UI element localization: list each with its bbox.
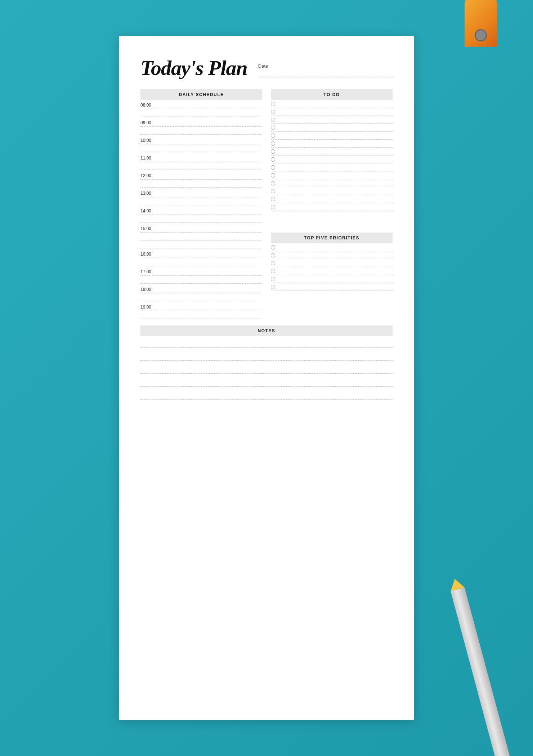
todo-item-14[interactable] xyxy=(271,203,393,211)
time-block-16: 16:00 xyxy=(140,249,262,266)
time-line-14a[interactable] xyxy=(140,216,262,223)
time-line-19a[interactable] xyxy=(140,312,262,319)
time-block-12: 12:00 xyxy=(140,171,262,188)
todo-checkbox-13[interactable] xyxy=(271,197,275,201)
date-line[interactable] xyxy=(258,70,393,77)
note-line-5[interactable] xyxy=(140,388,393,400)
priority-item-1[interactable] xyxy=(271,243,393,251)
daily-schedule-header: DAILY SCHEDULE xyxy=(140,89,262,100)
todo-item-6[interactable] xyxy=(271,140,393,148)
todo-checkbox-9[interactable] xyxy=(271,165,275,170)
time-line-15b[interactable] xyxy=(140,241,262,248)
time-label-13: 13:00 xyxy=(140,191,151,196)
time-line-16a[interactable] xyxy=(140,259,262,266)
time-slot-18: 18:00 xyxy=(140,284,262,293)
todo-item-12[interactable] xyxy=(271,187,393,195)
time-slot-17: 17:00 xyxy=(140,267,262,276)
date-label: Date xyxy=(258,63,393,69)
time-line-13a[interactable] xyxy=(140,198,262,205)
time-line-17a[interactable] xyxy=(140,276,262,284)
sharpener-decoration xyxy=(465,0,497,47)
time-block-15: 15:00 xyxy=(140,224,262,248)
time-block-10: 10:00 xyxy=(140,135,262,152)
time-label-11: 11:00 xyxy=(140,156,151,161)
time-slot-19: 19:00 xyxy=(140,302,262,311)
time-block-14: 14:00 xyxy=(140,206,262,223)
time-line-10a[interactable] xyxy=(140,145,262,152)
todo-checkbox-6[interactable] xyxy=(271,141,275,146)
time-slot-08: 08:00 xyxy=(140,100,262,109)
time-slot-15: 15:00 xyxy=(140,224,262,233)
todo-item-5[interactable] xyxy=(271,132,393,140)
time-line-15a[interactable] xyxy=(140,233,262,240)
time-line-11a[interactable] xyxy=(140,163,262,170)
time-label-16: 16:00 xyxy=(140,252,151,257)
todo-checkbox-11[interactable] xyxy=(271,181,275,185)
paper: Today's Plan Date DAILY SCHEDULE 08:00 0… xyxy=(119,36,414,720)
notes-header: NOTES xyxy=(140,325,393,336)
time-block-17: 17:00 xyxy=(140,267,262,284)
time-block-18: 18:00 xyxy=(140,284,262,301)
todo-item-11[interactable] xyxy=(271,179,393,187)
time-block-09: 09:00 xyxy=(140,118,262,135)
time-block-19: 19:00 xyxy=(140,302,262,319)
priority-checkbox-6[interactable] xyxy=(271,285,275,289)
priority-item-3[interactable] xyxy=(271,259,393,267)
todo-item-10[interactable] xyxy=(271,171,393,179)
todo-item-1[interactable] xyxy=(271,100,393,108)
time-label-09: 09:00 xyxy=(140,120,151,125)
priority-checkbox-5[interactable] xyxy=(271,277,275,281)
todo-item-4[interactable] xyxy=(271,124,393,132)
priority-checkbox-4[interactable] xyxy=(271,269,275,273)
time-slot-16: 16:00 xyxy=(140,249,262,258)
todo-item-9[interactable] xyxy=(271,163,393,171)
priorities-header: TOP FIVE PRIORITIES xyxy=(271,233,393,243)
note-line-1[interactable] xyxy=(140,336,393,348)
time-line-09a[interactable] xyxy=(140,127,262,135)
todo-checkbox-14[interactable] xyxy=(271,205,275,209)
todo-checkbox-3[interactable] xyxy=(271,118,275,122)
priority-item-6[interactable] xyxy=(271,283,393,291)
page-title: Today's Plan xyxy=(140,58,247,78)
time-slot-09: 09:00 xyxy=(140,118,262,127)
todo-checkbox-4[interactable] xyxy=(271,126,275,130)
priority-checkbox-1[interactable] xyxy=(271,245,275,249)
time-block-08: 08:00 xyxy=(140,100,262,117)
todo-checkbox-12[interactable] xyxy=(271,189,275,193)
todo-item-2[interactable] xyxy=(271,108,393,116)
todo-checkbox-5[interactable] xyxy=(271,134,275,138)
time-label-12: 12:00 xyxy=(140,173,151,178)
time-label-08: 08:00 xyxy=(140,103,151,108)
todo-checkbox-2[interactable] xyxy=(271,110,275,114)
priority-checkbox-3[interactable] xyxy=(271,261,275,265)
todo-item-7[interactable] xyxy=(271,148,393,156)
priority-item-5[interactable] xyxy=(271,275,393,283)
priority-item-2[interactable] xyxy=(271,251,393,259)
priority-item-4[interactable] xyxy=(271,267,393,275)
time-label-18: 18:00 xyxy=(140,287,151,292)
todo-item-13[interactable] xyxy=(271,195,393,203)
time-slot-11: 11:00 xyxy=(140,153,262,162)
todo-checkbox-1[interactable] xyxy=(271,102,275,106)
todo-checkbox-10[interactable] xyxy=(271,173,275,177)
note-line-3[interactable] xyxy=(140,362,393,374)
main-columns: DAILY SCHEDULE 08:00 09:00 10:00 xyxy=(140,89,393,320)
todo-item-3[interactable] xyxy=(271,116,393,124)
todo-checkbox-8[interactable] xyxy=(271,157,275,162)
time-line-12a[interactable] xyxy=(140,180,262,188)
notes-section: NOTES xyxy=(140,325,393,400)
time-line-08a[interactable] xyxy=(140,110,262,117)
header-section: Today's Plan Date xyxy=(140,58,393,78)
note-line-4[interactable] xyxy=(140,375,393,387)
todo-header: TO DO xyxy=(271,89,393,100)
priority-checkbox-2[interactable] xyxy=(271,253,275,257)
time-slot-10: 10:00 xyxy=(140,135,262,144)
time-slot-14: 14:00 xyxy=(140,206,262,215)
todo-checkbox-7[interactable] xyxy=(271,149,275,154)
right-spacer xyxy=(271,211,393,233)
todo-item-8[interactable] xyxy=(271,156,393,163)
time-block-13: 13:00 xyxy=(140,188,262,205)
time-block-11: 11:00 xyxy=(140,153,262,170)
time-line-18a[interactable] xyxy=(140,294,262,301)
note-line-2[interactable] xyxy=(140,349,393,361)
